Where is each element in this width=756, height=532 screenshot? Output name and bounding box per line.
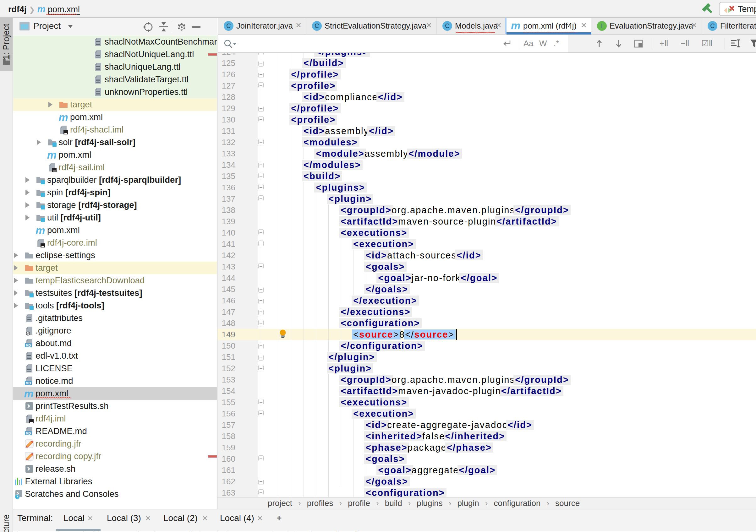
svg-text:MD: MD <box>25 432 31 435</box>
svg-text:MD: MD <box>25 343 31 347</box>
svg-text:MD: MD <box>25 381 31 385</box>
